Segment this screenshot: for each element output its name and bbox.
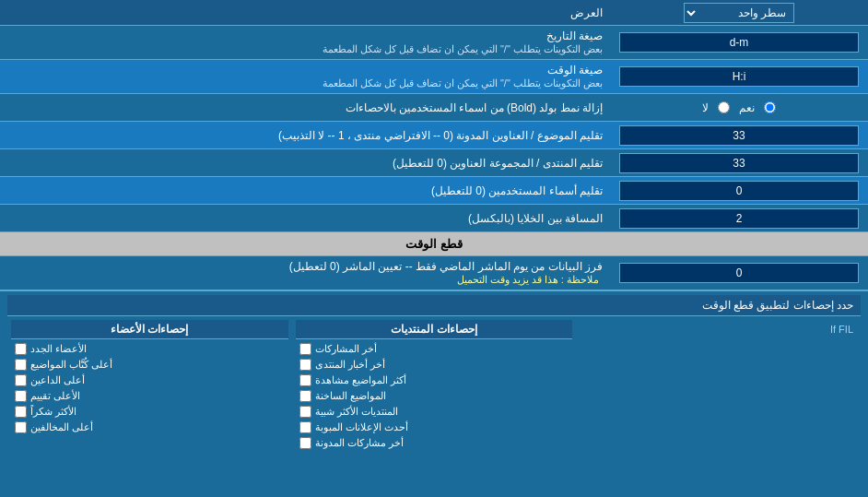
trim-usernames-input[interactable] [619, 181, 859, 201]
cell-spacing-row: المسافة بين الخلايا (بالبكسل) [0, 205, 868, 232]
top-inviters-label: أعلى الداعين [30, 374, 85, 386]
checkbox-item: أخر مشاركات المدونة [296, 435, 573, 451]
date-format-input[interactable] [619, 32, 859, 53]
forums-stats-header: إحصاءات المنتديات [296, 320, 573, 339]
most-viewed-label: أكثر المواضيع مشاهدة [315, 374, 406, 386]
top-rated-label: الأعلى تقييم [30, 390, 80, 402]
checkbox-item: أخر أخبار المنتدى [296, 357, 573, 373]
stats-checkboxes-area: حدد إحصاءات لتطبيق قطع الوقت إحصاءات الأ… [0, 290, 868, 458]
top-violators-label: أعلى المخالفين [30, 421, 93, 433]
checkbox-item: أعلى كُتَّاب المواضيع [11, 357, 288, 373]
time-format-input[interactable] [619, 66, 859, 87]
latest-classifieds-checkbox[interactable] [299, 421, 311, 433]
cell-spacing-input[interactable] [619, 208, 859, 229]
bold-no-radio[interactable] [718, 101, 730, 113]
hot-topics-checkbox[interactable] [299, 390, 311, 402]
cutoff-row: فرز البيانات من يوم الماشر الماضي فقط --… [0, 256, 868, 290]
cutoff-input[interactable] [619, 263, 859, 283]
hot-topics-label: المواضيع الساخنة [315, 390, 386, 402]
checkbox-item: أعلى الداعين [11, 373, 288, 388]
cutoff-input-area [610, 261, 868, 285]
header-row: العرض سطر واحد [0, 0, 868, 26]
last-posts-label: أخر المشاركات [315, 343, 377, 355]
display-select[interactable]: سطر واحد [684, 3, 794, 23]
most-thanks-label: الأكثر شكراً [30, 406, 76, 418]
trim-subject-input[interactable] [619, 125, 859, 146]
top-authors-checkbox[interactable] [15, 359, 27, 371]
top-rated-checkbox[interactable] [15, 390, 27, 402]
time-format-input-area [610, 65, 868, 89]
top-violators-checkbox[interactable] [15, 421, 27, 433]
checkboxes-grid: إحصاءات الأعضاء الأعضاء الجدد أعلى كُتَّ… [7, 316, 861, 455]
bold-radio-group: نعم لا [614, 98, 864, 118]
trim-subject-label: تقليم الموضوع / العناوين المدونة (0 -- ا… [0, 125, 610, 146]
display-select-area: سطر واحد [610, 3, 868, 23]
time-format-label: صيغة الوقت بعض التكوينات يتطلب "/" التي … [0, 60, 610, 93]
most-like-forums-checkbox[interactable] [299, 406, 311, 418]
most-viewed-checkbox[interactable] [299, 374, 311, 386]
bold-remove-row: إزالة نمط بولد (Bold) من اسماء المستخدمي… [0, 94, 868, 122]
last-news-label: أخر أخبار المنتدى [315, 359, 385, 371]
forums-stats-col: إحصاءات المنتديات أخر المشاركات أخر أخبا… [292, 320, 577, 451]
checkbox-item: المواضيع الساخنة [296, 388, 573, 404]
checkbox-item: الأعلى تقييم [11, 388, 288, 404]
cutoff-label: فرز البيانات من يوم الماشر الماضي فقط --… [0, 256, 610, 290]
trim-subject-input-area [610, 124, 868, 148]
trim-forum-input-area [610, 151, 868, 175]
date-format-row: صيغة التاريخ بعض التكوينات يتطلب "/" الت… [0, 26, 868, 60]
bold-remove-label: إزالة نمط بولد (Bold) من اسماء المستخدمي… [0, 98, 610, 118]
members-stats-header: إحصاءات الأعضاء [11, 320, 288, 339]
trim-usernames-label: تقليم أسماء المستخدمين (0 للتعطيل) [0, 181, 610, 201]
trim-usernames-input-area [610, 179, 868, 203]
checkbox-item: أكثر المواضيع مشاهدة [296, 373, 573, 388]
checkbox-item: الأكثر شكراً [11, 404, 288, 420]
most-thanks-checkbox[interactable] [15, 406, 27, 418]
trim-forum-row: تقليم المنتدى / المجموعة العناوين (0 للت… [0, 149, 868, 177]
extra-col: If FIL [576, 320, 861, 451]
trim-forum-input[interactable] [619, 153, 859, 173]
trim-subject-row: تقليم الموضوع / العناوين المدونة (0 -- ا… [0, 122, 868, 149]
cell-spacing-label: المسافة بين الخلايا (بالبكسل) [0, 208, 610, 229]
stats-header: حدد إحصاءات لتطبيق قطع الوقت [7, 295, 861, 316]
main-container: العرض سطر واحد صيغة التاريخ بعض التكوينا… [0, 0, 868, 458]
cell-spacing-input-area [610, 207, 868, 231]
checkbox-item: أعلى المخالفين [11, 420, 288, 435]
members-stats-col: إحصاءات الأعضاء الأعضاء الجدد أعلى كُتَّ… [7, 320, 292, 451]
new-members-label: الأعضاء الجدد [30, 343, 87, 355]
bold-yes-radio[interactable] [764, 101, 776, 113]
last-blog-posts-checkbox[interactable] [299, 437, 311, 449]
most-like-forums-label: المنتديات الأكثر شبية [315, 406, 398, 418]
latest-classifieds-label: أحدث الإعلانات المبوبة [315, 421, 408, 433]
checkbox-item: أحدث الإعلانات المبوبة [296, 420, 573, 435]
page-title: العرض [0, 3, 610, 23]
if-fil-text: If FIL [580, 320, 857, 338]
cutoff-section-header: قطع الوقت [0, 232, 868, 256]
time-format-row: صيغة الوقت بعض التكوينات يتطلب "/" التي … [0, 60, 868, 94]
last-news-checkbox[interactable] [299, 359, 311, 371]
trim-forum-label: تقليم المنتدى / المجموعة العناوين (0 للت… [0, 153, 610, 173]
new-members-checkbox[interactable] [15, 343, 27, 355]
bold-yes-label: نعم [739, 101, 755, 114]
top-authors-label: أعلى كُتَّاب المواضيع [30, 359, 112, 371]
checkbox-item: أخر المشاركات [296, 341, 573, 357]
date-format-input-area [610, 30, 868, 54]
checkbox-item: الأعضاء الجدد [11, 341, 288, 357]
date-format-label: صيغة التاريخ بعض التكوينات يتطلب "/" الت… [0, 26, 610, 59]
bold-no-label: لا [702, 101, 709, 114]
top-inviters-checkbox[interactable] [15, 374, 27, 386]
checkbox-item: المنتديات الأكثر شبية [296, 404, 573, 420]
bold-remove-radio-area: نعم لا [610, 96, 868, 120]
last-posts-checkbox[interactable] [299, 343, 311, 355]
last-blog-posts-label: أخر مشاركات المدونة [315, 437, 404, 449]
trim-usernames-row: تقليم أسماء المستخدمين (0 للتعطيل) [0, 177, 868, 205]
